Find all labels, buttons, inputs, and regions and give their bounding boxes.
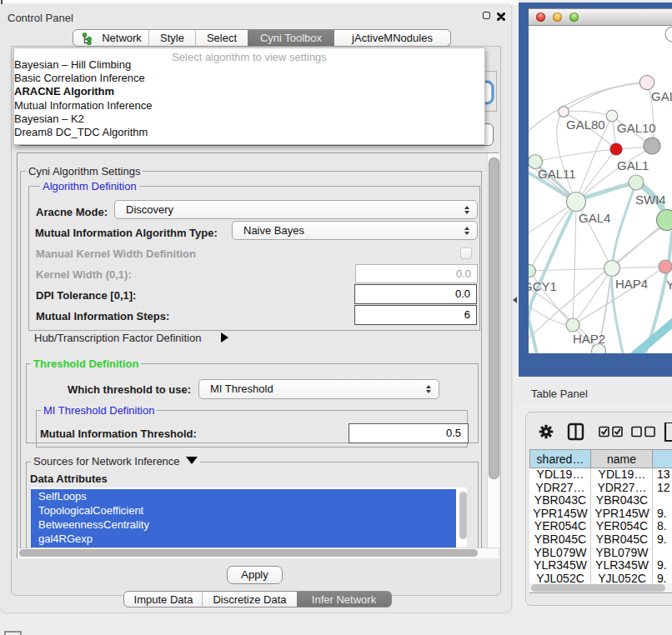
svg-text:GAL10: GAL10 [617,121,656,135]
svg-text:GAL11: GAL11 [538,167,576,181]
svg-text:GAL1: GAL1 [617,158,649,172]
svg-text:GAL4: GAL4 [579,211,610,225]
svg-text:SWI4: SWI4 [635,192,666,207]
svg-text:Y: Y [666,278,672,292]
svg-text:GCY1: GCY1 [529,279,557,293]
svg-text:GAL7: GAL7 [651,89,672,103]
svg-text:HAP2: HAP2 [573,332,605,346]
svg-text:GAL80: GAL80 [566,118,605,132]
svg-text:HAP4: HAP4 [615,277,648,291]
